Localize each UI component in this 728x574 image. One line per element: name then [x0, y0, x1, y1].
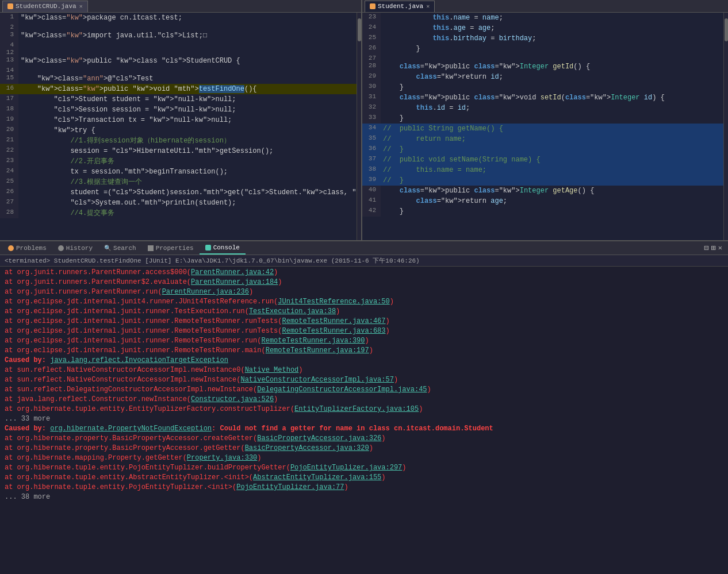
table-row: 16 "kw">class="kw">public "kw">void "mth… [0, 84, 357, 94]
list-item: at org.hibernate.mapping.Property.getGet… [5, 453, 723, 463]
line-number: 34 [362, 124, 381, 134]
line-code: //4.提交事务 [18, 208, 357, 218]
line-number: 15 [0, 74, 18, 84]
line-code: "cls">Session session = "kw">"null-kw">n… [18, 105, 357, 115]
table-row: 37// public void setName(String name) { [362, 155, 723, 165]
table-row: 38// this.name = name; [362, 165, 723, 175]
list-item: at org.eclipse.jdt.internal.junit.runner… [5, 326, 723, 336]
line-code: // public String getName() { [381, 124, 723, 134]
line-code: class="kw">return age; [381, 196, 723, 206]
line-code: } [381, 206, 723, 217]
line-number: 26 [0, 187, 18, 198]
line-number: 24 [0, 167, 18, 177]
table-row: 2 [0, 23, 357, 30]
list-item: at org.eclipse.jdt.internal.junit.runner… [5, 317, 723, 326]
line-code: //3.根据主键查询一个 [18, 177, 357, 187]
line-number: 12 [0, 48, 18, 56]
table-row: 13"kw">class="kw">public "kw">class "cls… [0, 56, 357, 66]
console-output[interactable]: at org.junit.runners.ParentRunner.access… [0, 267, 728, 573]
line-code: class="kw">public class="kw">void setId(… [381, 93, 723, 103]
table-row: 36// } [362, 144, 723, 155]
line-number: 37 [362, 155, 381, 165]
java-file-icon-right [370, 3, 376, 9]
line-code: } [381, 44, 723, 54]
line-code [18, 23, 357, 30]
left-scroll-thumb [358, 18, 361, 41]
line-number: 23 [362, 13, 381, 23]
line-code: "cls">Student student = "kw">"null-kw">n… [18, 94, 357, 105]
line-number: 39 [362, 175, 381, 186]
right-panel: Student.java ✕ 23 this.name = name;24 th… [362, 0, 728, 240]
line-code: student =("cls">Student)session."mth">ge… [18, 187, 357, 198]
minimize-icon[interactable]: ⊟ [704, 243, 708, 253]
line-number: 33 [362, 113, 381, 124]
line-code: "kw">class="kw">import java.util."cls">L… [18, 30, 357, 41]
table-row: 39// } [362, 175, 723, 186]
right-scrollbar[interactable] [723, 13, 728, 240]
line-code: "kw">class="kw">public "kw">void "mth">t… [18, 84, 357, 94]
maximize-icon[interactable]: ⊞ [711, 243, 715, 253]
tab-console[interactable]: Console [200, 242, 246, 255]
line-code: tx = session."mth">beginTransaction(); [18, 167, 357, 177]
list-item: Caused by: org.hibernate.PropertyNotFoun… [5, 424, 723, 434]
line-number: 1 [0, 13, 18, 23]
table-row: 31 class="kw">public class="kw">void set… [362, 93, 723, 103]
line-code: // public void setName(String name) { [381, 155, 723, 165]
line-code: this.id = id; [381, 103, 723, 113]
right-editor-row: 23 this.name = name;24 this.age = age;25… [362, 13, 728, 240]
tab-history[interactable]: History [52, 242, 98, 255]
problems-icon [8, 245, 14, 251]
right-code-table: 23 this.name = name;24 this.age = age;25… [362, 13, 723, 217]
list-item: at org.eclipse.jdt.internal.junit.runner… [5, 346, 723, 356]
close-panel-icon[interactable]: ✕ [718, 244, 722, 252]
line-code: this.name = name; [381, 13, 723, 23]
line-number: 31 [362, 93, 381, 103]
line-number: 18 [0, 105, 18, 115]
right-tab-bar: Student.java ✕ [362, 0, 728, 13]
line-number: 4 [0, 41, 18, 48]
left-scrollbar[interactable] [357, 13, 361, 240]
list-item: at java.lang.reflect.Constructor.newInst… [5, 395, 723, 405]
table-row: 24 tx = session."mth">beginTransaction()… [0, 167, 357, 177]
line-code: "kw">class="kw">package cn.itcast.test; [18, 13, 357, 23]
left-code-container[interactable]: 1"kw">class="kw">package cn.itcast.test;… [0, 13, 357, 240]
line-number: 38 [362, 165, 381, 175]
line-code: //1.得到session对象（hibernate的session） [18, 136, 357, 146]
list-item: at org.junit.runners.ParentRunner.access… [5, 268, 723, 278]
line-number: 27 [362, 54, 381, 61]
line-number: 41 [362, 196, 381, 206]
tab-problems[interactable]: Problems [2, 242, 52, 255]
table-row: 14 [0, 66, 357, 74]
left-tab-close[interactable]: ✕ [79, 3, 83, 10]
line-number: 21 [0, 136, 18, 146]
line-code: "cls">System.out."mth">println(student); [18, 198, 357, 208]
line-code: class="kw">return id; [381, 72, 723, 82]
list-item: at org.hibernate.tuple.entity.PojoEntity… [5, 463, 723, 473]
line-number: 25 [0, 177, 18, 187]
table-row: 19 "cls">Transaction tx = "kw">"null-kw"… [0, 115, 357, 125]
left-tab[interactable]: StudentCRUD.java ✕ [2, 1, 88, 12]
line-number: 36 [362, 144, 381, 155]
right-tab-label: Student.java [378, 3, 423, 10]
tab-search[interactable]: 🔍 Search [98, 242, 142, 255]
table-row: 4 [0, 41, 357, 48]
table-row: 22 session = "cls">HibernateUtil."mth">g… [0, 146, 357, 156]
line-number: 22 [0, 146, 18, 156]
right-code-container[interactable]: 23 this.name = name;24 this.age = age;25… [362, 13, 723, 240]
line-code: "cls">Transaction tx = "kw">"null-kw">nu… [18, 115, 357, 125]
tab-history-label: History [66, 245, 93, 252]
left-code-table: 1"kw">class="kw">package cn.itcast.test;… [0, 13, 357, 218]
line-code: // return name; [381, 134, 723, 144]
right-tab[interactable]: Student.java ✕ [365, 1, 435, 12]
right-tab-close[interactable]: ✕ [426, 3, 430, 10]
java-file-icon [7, 3, 13, 9]
tab-console-label: Console [213, 244, 240, 251]
line-number: 24 [362, 23, 381, 33]
tab-problems-label: Problems [16, 245, 47, 252]
line-number: 28 [0, 208, 18, 218]
line-number: 16 [0, 84, 18, 94]
tab-properties[interactable]: Properties [142, 242, 200, 255]
line-code [18, 48, 357, 56]
table-row: 26 } [362, 44, 723, 54]
list-item: at org.eclipse.jdt.internal.junit.runner… [5, 307, 723, 317]
